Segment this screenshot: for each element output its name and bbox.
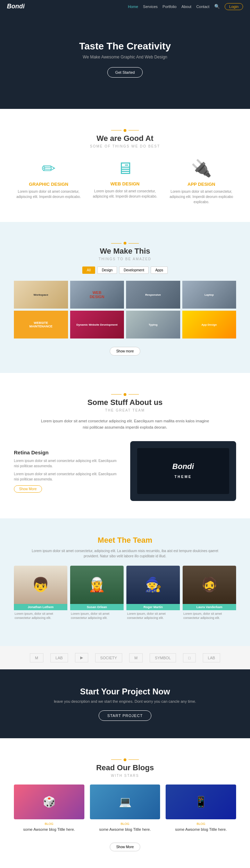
about-section: Some Stuff About us THE GREAT TEAM Lorem…	[0, 373, 250, 518]
blog-card-2[interactable]: 💻 BLOG some Awsome blog Titlle here.	[90, 785, 160, 832]
monitor-icon: 🖥	[90, 159, 160, 178]
team-name-2: Susan Orlean	[70, 604, 124, 610]
service-3-text: Lorem ipsum dolor sit amet consectetur, …	[167, 189, 236, 205]
blog-section: Read Our Blogs WITH STARS 🎲 BLOG some Aw…	[0, 738, 250, 868]
team-member-2: 🧝 Susan Orlean Lorem ipsum, dolor sit am…	[70, 566, 124, 622]
nav-home[interactable]: Home	[128, 5, 138, 9]
nav-links: Home Services Portfolio About Contact 🔍 …	[128, 3, 243, 10]
blog-card-1[interactable]: 🎲 BLOG some Awsome blog Titlle here.	[14, 785, 84, 832]
portfolio-item[interactable]: Laptop	[182, 281, 236, 309]
team-member-4: 🧔 Laura Vanderkam Lorem ipsum, dolor sit…	[183, 566, 236, 622]
blog-image-2: 💻	[90, 785, 160, 819]
team-photo-4: 🧔	[183, 566, 236, 604]
good-at-title: We are Good At	[14, 134, 236, 143]
good-at-section: We are Good At SOME OF THINGS WE DO BEST…	[0, 109, 250, 222]
tab-apps[interactable]: Apps	[151, 266, 168, 274]
team-section: Meet The Team Lorem ipsum dolor sit amet…	[0, 518, 250, 646]
portfolio-item-dynamic[interactable]: Dynamic Website Development	[70, 311, 124, 339]
blog-card-3[interactable]: 📱 BLOG some Awsome blog Titlle here.	[166, 785, 236, 832]
partners-section: M LAB ▶ SOCIETY M SYMBOL □ LAB	[0, 646, 250, 669]
partner-7: □	[183, 653, 196, 662]
retina-text-1: Lorem ipsum dolor sit amet consectetur a…	[14, 458, 120, 469]
portfolio-item[interactable]: Responsive	[126, 281, 180, 309]
partner-1: M	[30, 653, 43, 662]
nav-services[interactable]: Services	[143, 5, 158, 9]
portfolio-subtitle: THINGS TO BE AMAZED	[14, 257, 236, 261]
team-name-4: Laura Vanderkam	[183, 604, 236, 610]
about-left: Retina Design Lorem ipsum dolor sit amet…	[14, 449, 120, 493]
service-app-design: 🔌 APP DESIGN Lorem ipsum dolor sit amet …	[167, 159, 236, 205]
nav-portfolio[interactable]: Portfolio	[162, 5, 176, 9]
blog-show-more-button[interactable]: Show More	[110, 843, 141, 851]
navbar: Bondi Home Services Portfolio About Cont…	[0, 0, 250, 13]
blog-divider	[111, 758, 139, 761]
team-member-3: 🧙 Roger Martin Lorem ipsum, dolor sit am…	[126, 566, 180, 622]
blog-title-1: some Awsome blog Titlle here.	[14, 827, 84, 832]
service-1-text: Lorem ipsum dolor sit amet consectetur, …	[14, 189, 83, 199]
dynamic-label: Dynamic Website Development	[76, 323, 118, 326]
service-2-title: WEB DESIGN	[90, 181, 160, 186]
plug-icon: 🔌	[167, 159, 236, 178]
nav-about[interactable]: About	[181, 5, 191, 9]
blog-title: Read Our Blogs	[14, 763, 236, 772]
show-more-about-button[interactable]: Show More	[14, 485, 42, 493]
search-icon[interactable]: 🔍	[214, 4, 220, 9]
partner-5: M	[129, 653, 143, 662]
tab-development[interactable]: Development	[119, 266, 149, 274]
cta-title: Start Your Project Now	[14, 687, 236, 696]
team-photo-1: 👦	[14, 566, 67, 604]
team-list: 👦 Jonathan Lethem Lorem ipsum, dolor sit…	[14, 566, 236, 622]
team-desc-4: Lorem ipsum, dolor sit amet consectetur …	[183, 610, 236, 622]
team-name-3: Roger Martin	[126, 604, 180, 610]
portfolio-item[interactable]: WEB DESIGN	[70, 281, 124, 309]
start-project-button[interactable]: START PROJECT	[99, 710, 151, 721]
blog-title-3: some Awsome blog Titlle here.	[166, 827, 236, 832]
team-desc-1: Lorem ipsum, dolor sit amet consectetur …	[14, 610, 67, 622]
tab-all[interactable]: All	[82, 266, 95, 274]
service-graphic-design: ✏ GRAPHIC DESIGN Lorem ipsum dolor sit a…	[14, 159, 83, 205]
nav-contact[interactable]: Contact	[196, 5, 209, 9]
cta-section: Start Your Project Now leave you descrip…	[0, 669, 250, 738]
portfolio-item[interactable]: Workspace	[14, 281, 68, 309]
service-web-design: 🖥 WEB DESIGN Lorem ipsum dolor sit amet …	[90, 159, 160, 205]
partner-8: LAB	[203, 653, 220, 662]
nav-logo[interactable]: Bondi	[7, 3, 25, 10]
about-row: Retina Design Lorem ipsum dolor sit amet…	[14, 441, 236, 501]
about-divider	[111, 393, 139, 396]
service-3-title: APP DESIGN	[167, 182, 236, 187]
pencil-icon: ✏	[14, 159, 83, 178]
portfolio-item[interactable]: App Design	[182, 311, 236, 339]
partner-4: SOCIETY	[95, 653, 122, 662]
login-button[interactable]: Login	[225, 3, 243, 10]
portfolio-tabs: All Design Development Apps	[14, 266, 236, 274]
services-list: ✏ GRAPHIC DESIGN Lorem ipsum dolor sit a…	[14, 159, 236, 205]
blog-tag-1: BLOG	[14, 822, 84, 826]
cta-subtitle: leave you description and we start the e…	[14, 699, 236, 703]
portfolio-item[interactable]: Typing	[126, 311, 180, 339]
team-subtitle: Lorem ipsum dolor sit amet consectetur, …	[28, 548, 222, 559]
about-subtitle: THE GREAT TEAM	[14, 408, 236, 412]
show-more-button[interactable]: Show more	[110, 347, 141, 356]
hero-subtitle: We Make Awesome Graphic And Web Design	[14, 55, 236, 59]
service-2-text: Lorem ipsum dolor sit amet consectetur, …	[90, 189, 160, 199]
portfolio-section: We Make This THINGS TO BE AMAZED All Des…	[0, 222, 250, 373]
retina-title: Retina Design	[14, 449, 120, 455]
tab-design[interactable]: Design	[97, 266, 117, 274]
blog-title-2: some Awsome blog Titlle here.	[90, 827, 160, 832]
section-divider	[111, 129, 139, 132]
blog-image-3: 📱	[166, 785, 236, 819]
blog-tag-2: BLOG	[90, 822, 160, 826]
portfolio-item-maintenance[interactable]: WEBSITEMAINTENANCE	[14, 311, 68, 339]
laptop-container: BondiTHEME	[130, 441, 236, 501]
portfolio-divider	[111, 242, 139, 245]
portfolio-grid: Workspace WEB DESIGN Responsive Laptop W…	[14, 281, 236, 339]
blog-grid: 🎲 BLOG some Awsome blog Titlle here. 💻 B…	[14, 785, 236, 832]
team-name-1: Jonathan Lethem	[14, 604, 67, 610]
good-at-subtitle: SOME OF THINGS WE DO BEST	[14, 144, 236, 148]
laptop-image: BondiTHEME	[130, 441, 236, 501]
blog-tag-3: BLOG	[166, 822, 236, 826]
hero-cta-button[interactable]: Get Started	[107, 67, 143, 78]
laptop-logo: BondiTHEME	[137, 448, 229, 494]
meet-title: Meet The Team	[14, 536, 236, 545]
blog-image-1: 🎲	[14, 785, 84, 819]
